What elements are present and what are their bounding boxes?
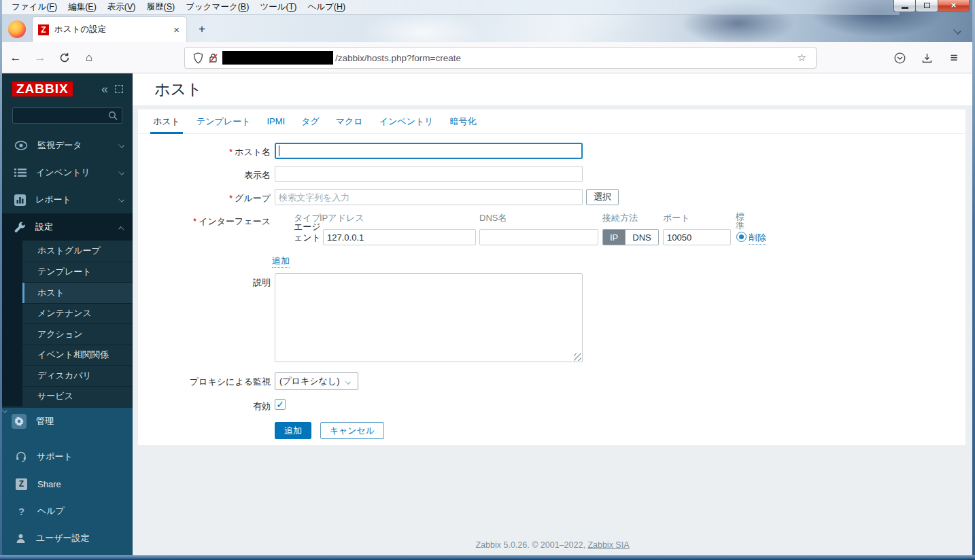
forward-icon: →	[29, 47, 51, 69]
sidebar-item-user-settings[interactable]: ユーザー設定	[2, 525, 133, 552]
tab-encryption[interactable]: 暗号化	[450, 109, 477, 134]
proxy-select[interactable]: (プロキシなし)	[275, 372, 358, 390]
redacted-host	[222, 51, 333, 65]
zabbix-footer: Zabbix 5.0.26. © 2001–2022, Zabbix SIA	[133, 540, 972, 550]
sidebar-item-administration[interactable]: 管理	[2, 408, 133, 435]
minimize-button[interactable]	[893, 0, 916, 12]
col-ip: IPアドレス	[320, 212, 364, 224]
interface-type: エージェント	[294, 222, 322, 243]
new-tab-button[interactable]: +	[194, 22, 209, 36]
window-frame-bottom	[0, 555, 975, 560]
pocket-icon[interactable]	[889, 47, 910, 69]
proxy-label: プロキシによる監視	[138, 372, 271, 390]
menu-history[interactable]: 履歴(S)	[141, 0, 181, 14]
description-textarea[interactable]	[275, 273, 583, 362]
submenu-event-correlation[interactable]: イベント相関関係	[22, 345, 133, 366]
text-caret	[279, 145, 279, 156]
close-button[interactable]: ×	[938, 0, 970, 12]
eye-icon	[14, 141, 28, 150]
submenu-templates[interactable]: テンプレート	[22, 262, 133, 283]
tab-host[interactable]: ホスト	[153, 109, 180, 134]
sidebar-item-inventory[interactable]: インベントリ	[2, 159, 133, 186]
home-icon[interactable]: ⌂	[78, 47, 100, 69]
tab-tags[interactable]: タグ	[301, 109, 320, 134]
shield-icon[interactable]	[190, 52, 205, 64]
minimize-icon	[902, 7, 908, 9]
menu-bookmarks[interactable]: ブックマーク(B)	[180, 0, 254, 14]
col-port: ポート	[663, 212, 690, 224]
chevron-up-icon	[119, 224, 124, 230]
maximize-button[interactable]	[916, 0, 938, 12]
submenu-host-groups[interactable]: ホストグループ	[22, 241, 133, 262]
reload-icon[interactable]	[54, 47, 75, 69]
tab-inventory[interactable]: インベントリ	[379, 109, 434, 134]
visible-name-label: 表示名	[138, 166, 271, 182]
visible-name-input[interactable]	[275, 166, 583, 182]
chevron-down-icon	[119, 170, 124, 175]
collapse-sidebar-icon[interactable]: «	[101, 84, 108, 94]
browser-menubar: ファイル(F) 編集(E) 表示(V) 履歴(S) ブックマーク(B) ツール(…	[2, 0, 900, 15]
add-button[interactable]: 追加	[275, 422, 311, 439]
sidebar-search-input[interactable]	[12, 107, 122, 124]
menu-tools[interactable]: ツール(T)	[254, 0, 302, 14]
connect-to-segmented: IP DNS	[602, 229, 659, 245]
list-icon	[14, 168, 27, 177]
hamburger-menu-icon[interactable]: ≡	[944, 47, 964, 69]
group-input[interactable]	[275, 189, 583, 205]
sidebar-item-share[interactable]: Z Share	[2, 470, 133, 497]
sidebar-item-monitoring[interactable]: 監視データ	[2, 132, 133, 159]
menu-help[interactable]: ヘルプ(H)	[302, 0, 351, 14]
tab-ipmi[interactable]: IPMI	[267, 109, 285, 134]
menu-file[interactable]: ファイル(F)	[6, 0, 63, 14]
chevron-down-icon	[119, 197, 124, 203]
tab-macros[interactable]: マクロ	[336, 109, 363, 134]
main-content: ホスト ホスト テンプレート IPMI タグ マクロ インベントリ 暗号化 *ホ…	[133, 73, 972, 556]
bar-chart-icon	[14, 194, 26, 206]
zabbix-share-icon: Z	[16, 478, 27, 490]
interface-ip-input[interactable]	[323, 229, 476, 245]
cancel-button[interactable]: キャンセル	[320, 422, 385, 439]
tab-close-icon[interactable]: ×	[172, 25, 181, 35]
connect-ip-button[interactable]: IP	[603, 230, 625, 245]
list-all-tabs-chevron-icon[interactable]	[953, 26, 961, 34]
insecure-lock-icon[interactable]	[205, 52, 220, 64]
sidebar-item-configuration[interactable]: 設定	[2, 213, 133, 241]
tab-templates[interactable]: テンプレート	[196, 109, 251, 134]
submenu-hosts[interactable]: ホスト	[22, 282, 133, 303]
interface-port-input[interactable]	[663, 229, 731, 245]
submenu-services[interactable]: サービス	[22, 386, 133, 407]
browser-navbar: ← → ⌂ /zabbix/hosts.php?form=create ☆ ≡	[2, 42, 972, 73]
firefox-icon[interactable]	[8, 20, 26, 38]
col-dns: DNS名	[479, 212, 507, 224]
url-bar[interactable]: /zabbix/hosts.php?form=create ☆	[185, 48, 816, 68]
bookmark-star-icon[interactable]: ☆	[793, 52, 810, 64]
menu-view[interactable]: 表示(V)	[102, 0, 141, 14]
menu-edit[interactable]: 編集(E)	[63, 0, 102, 14]
submenu-maintenance[interactable]: メンテナンス	[22, 303, 133, 324]
zabbix-sia-link[interactable]: Zabbix SIA	[587, 540, 629, 550]
resize-grip-icon[interactable]	[574, 353, 581, 361]
sidebar-header: ZABBIX «	[2, 73, 133, 103]
host-name-input[interactable]	[275, 143, 583, 159]
submenu-actions[interactable]: アクション	[22, 323, 133, 345]
sidebar-item-help[interactable]: ? ヘルプ	[2, 497, 133, 525]
browser-tab[interactable]: Z ホストの設定 ×	[33, 17, 186, 42]
sidebar-item-support[interactable]: サポート	[2, 443, 133, 470]
group-select-button[interactable]: 選択	[586, 189, 619, 205]
zabbix-logo[interactable]: ZABBIX	[12, 82, 73, 97]
gear-icon	[12, 414, 27, 429]
submenu-discovery[interactable]: ディスカバリ	[22, 365, 133, 386]
url-text[interactable]: /zabbix/hosts.php?form=create	[335, 53, 793, 63]
interface-dns-input[interactable]	[479, 229, 598, 245]
sidebar-item-reports[interactable]: レポート	[2, 186, 133, 213]
interface-remove-link[interactable]: 削除	[749, 232, 766, 245]
enabled-checkbox[interactable]: ✓	[275, 399, 286, 410]
connect-dns-button[interactable]: DNS	[625, 230, 657, 245]
close-icon: ×	[951, 0, 957, 10]
page-title: ホスト	[154, 79, 203, 100]
back-icon[interactable]: ←	[5, 47, 27, 69]
default-radio[interactable]	[736, 232, 747, 242]
downloads-icon[interactable]	[917, 47, 937, 69]
expand-sidebar-icon[interactable]	[115, 85, 123, 93]
interface-add-link[interactable]: 追加	[272, 255, 290, 268]
